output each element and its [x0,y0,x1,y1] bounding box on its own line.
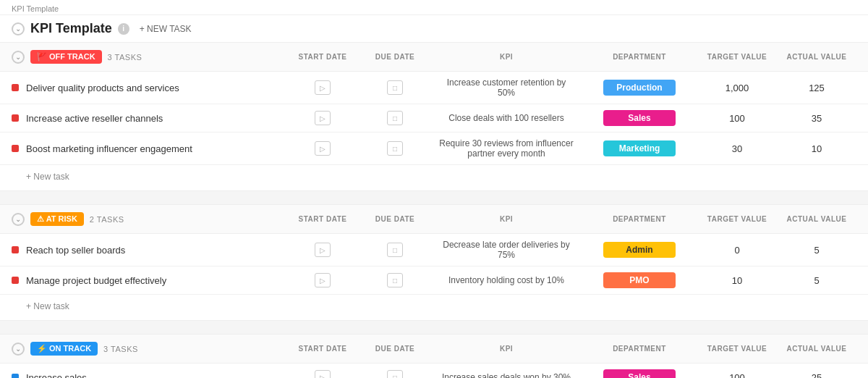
kpi-cell: Increase customer retention by 50% [431,77,582,98]
new-task-button[interactable]: + NEW TASK [135,22,196,35]
department-badge: PMO [603,272,676,288]
actual-value-cell: 5 [777,245,856,256]
due-date-icon[interactable]: □ [387,273,403,287]
target-value-cell: 0 [697,245,777,256]
task-name-cell: Reach top seller boards [12,245,286,256]
page-header: ⌄ KPI Template i + NEW TASK [0,15,868,43]
sections-container: ⌄ 🚩 OFF TRACK 3 TASKS START DATE DUE DAT… [0,43,868,378]
info-icon[interactable]: i [118,23,129,35]
start-date-cell: ▷ [286,80,359,95]
table-row: Boost marketing influencer engagement ▷ … [0,133,868,165]
task-name-cell: Boost marketing influencer engagement [12,143,286,154]
due-date-icon[interactable]: □ [387,111,403,125]
table-row: Reach top seller boards ▷ □ Decrease lat… [0,234,868,266]
new-task-row: + New task [0,295,868,320]
add-task-link[interactable]: + New task [12,172,69,182]
start-date-cell: ▷ [286,111,359,125]
start-date-icon[interactable]: ▷ [315,141,331,156]
due-date-cell: □ [359,80,431,95]
section-header-at-risk: ⌄ ⚠ AT RISK 2 TASKS START DATE DUE DATE … [0,205,868,234]
col-due-date: DUE DATE [359,345,431,353]
department-cell: Admin [582,242,697,258]
start-date-cell: ▷ [286,141,359,156]
task-dot [12,145,19,152]
due-date-cell: □ [359,243,431,257]
start-date-icon[interactable]: ▷ [315,111,331,125]
department-badge: Sales [603,110,676,126]
table-row: Increase sales ▷ □ Increase sales deals … [0,364,868,378]
new-task-row: + New task [0,165,868,190]
task-dot [12,114,19,122]
task-count-on-track: 3 TASKS [103,345,138,353]
section-collapse-icon[interactable]: ⌄ [12,343,25,356]
col-actual: ACTUAL VALUE [777,345,856,353]
section-on-track: ⌄ ⚡ ON TRACK 3 TASKS START DATE DUE DATE… [0,335,868,378]
target-value-cell: 30 [697,143,777,154]
section-title-area: ⌄ ⚠ AT RISK 2 TASKS [12,212,286,226]
due-date-icon[interactable]: □ [387,243,403,257]
task-name: Increase active reseller channels [26,113,163,124]
start-date-icon[interactable]: ▷ [315,370,331,378]
department-badge: Admin [603,242,676,258]
section-title-area: ⌄ ⚡ ON TRACK 3 TASKS [12,342,286,356]
col-start-date: START DATE [286,345,359,353]
status-badge-at-risk: ⚠ AT RISK [30,212,84,226]
kpi-cell: Inventory holding cost by 10% [431,275,582,285]
breadcrumb: KPI Template [0,0,868,15]
col-start-date: START DATE [286,215,359,223]
start-date-cell: ▷ [286,243,359,257]
col-due-date: DUE DATE [359,53,431,61]
due-date-icon[interactable]: □ [387,80,403,95]
add-task-link[interactable]: + New task [12,301,69,311]
due-date-cell: □ [359,273,431,287]
section-collapse-icon[interactable]: ⌄ [12,213,25,226]
table-row: Increase active reseller channels ▷ □ Cl… [0,104,868,133]
section-title-area: ⌄ 🚩 OFF TRACK 3 TASKS [12,50,286,64]
col-actual: ACTUAL VALUE [777,53,856,61]
actual-value-cell: 125 [777,83,856,93]
actual-value-cell: 35 [777,113,856,124]
task-count-at-risk: 2 TASKS [90,215,124,224]
start-date-icon[interactable]: ▷ [315,80,331,95]
start-date-icon[interactable]: ▷ [315,243,331,257]
department-cell: PMO [582,272,697,288]
start-date-icon[interactable]: ▷ [315,273,331,287]
task-dot [12,246,19,253]
section-header-off-track: ⌄ 🚩 OFF TRACK 3 TASKS START DATE DUE DAT… [0,43,868,72]
target-value-cell: 1,000 [697,83,777,93]
section-at-risk: ⌄ ⚠ AT RISK 2 TASKS START DATE DUE DATE … [0,205,868,320]
col-start-date: START DATE [286,53,359,61]
col-due-date: DUE DATE [359,215,431,223]
section-collapse-icon[interactable]: ⌄ [12,51,25,64]
kpi-cell: Decrease late order deliveries by 75% [431,240,582,260]
col-kpi: KPI [431,345,582,353]
task-name: Reach top seller boards [26,245,125,256]
due-date-icon[interactable]: □ [387,141,403,156]
kpi-cell: Require 30 reviews from influencer partn… [431,138,582,159]
department-cell: Sales [582,369,697,378]
status-badge-on-track: ⚡ ON TRACK [30,342,98,356]
kpi-cell: Increase sales deals won by 30% [431,372,582,378]
section-divider [0,320,868,335]
section-off-track: ⌄ 🚩 OFF TRACK 3 TASKS START DATE DUE DAT… [0,43,868,190]
task-name: Manage project budget effectively [26,275,166,286]
col-department: DEPARTMENT [582,215,697,223]
collapse-icon[interactable]: ⌄ [12,22,25,35]
due-date-icon[interactable]: □ [387,370,403,378]
col-department: DEPARTMENT [582,345,697,353]
task-count-off-track: 3 TASKS [108,53,142,62]
target-value-cell: 100 [697,113,777,124]
actual-value-cell: 25 [777,372,856,379]
task-dot [12,374,19,378]
task-name: Increase sales [26,372,87,379]
task-name-cell: Increase active reseller channels [12,113,286,124]
task-dot [12,84,19,91]
department-cell: Marketing [582,140,697,156]
col-target: TARGET VALUE [697,53,777,61]
col-department: DEPARTMENT [582,53,697,61]
department-badge: Marketing [603,140,676,156]
task-name-cell: Deliver quality products and services [12,83,286,93]
target-value-cell: 10 [697,275,777,286]
due-date-cell: □ [359,141,431,156]
col-actual: ACTUAL VALUE [777,215,856,223]
